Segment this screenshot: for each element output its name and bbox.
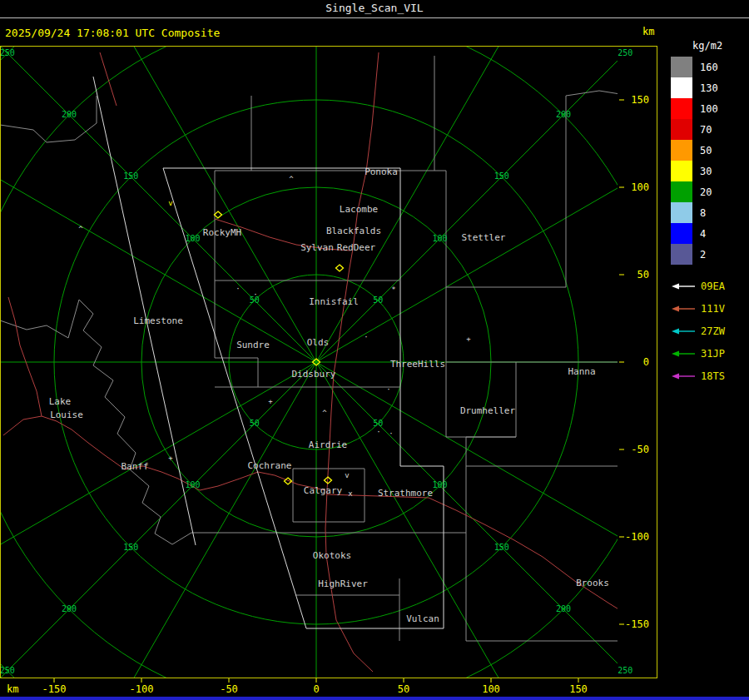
city-label: Cochrane — [248, 460, 292, 471]
city-label: Lacombe — [340, 204, 378, 215]
legend-row: 8 — [671, 202, 749, 223]
station-id: 09EA — [701, 280, 725, 292]
legend-value: 20 — [700, 186, 712, 198]
legend-row: 70 — [671, 119, 749, 140]
map-point-marker: · — [389, 429, 393, 438]
map-point-marker: x — [348, 489, 353, 498]
city-label: Strathmore — [378, 488, 433, 499]
legend-value: 70 — [700, 124, 712, 136]
city-label: Vulcan — [406, 613, 439, 624]
highway-line — [3, 416, 325, 490]
map-point-marker: v — [168, 199, 172, 207]
legend-color-swatch — [671, 77, 692, 98]
map-point-marker: ^ — [78, 225, 83, 233]
ring-distance-label: 150 — [123, 543, 138, 552]
map-point-marker: + — [268, 397, 273, 405]
bottom-axis-unit-label: km — [7, 683, 18, 695]
right-axis-label: 150 — [631, 94, 649, 106]
map-point-marker: + — [466, 335, 471, 343]
station-arrow-icon — [671, 304, 696, 314]
city-label: Banff — [121, 461, 148, 472]
bottom-axis-label: -100 — [130, 683, 154, 695]
station-arrow-icon — [671, 371, 696, 381]
county-boundary — [466, 466, 620, 641]
city-label: RockyMH — [203, 227, 241, 238]
legend-value: 4 — [700, 228, 706, 240]
azimuth-line — [0, 362, 316, 700]
right-axis-label: 0 — [643, 356, 649, 368]
radar-map[interactable]: PonokaLacombeBlackfaldsSylvanRedDeerRock… — [0, 46, 657, 700]
station-row: 18TS — [671, 365, 749, 387]
legend-value: 130 — [700, 82, 718, 94]
ring-distance-label: 100 — [185, 234, 200, 243]
legend-row: 2 — [671, 244, 749, 265]
county-boundary — [79, 300, 191, 544]
ring-distance-label: 50 — [250, 419, 260, 428]
bottom-axis-label: 100 — [482, 683, 500, 695]
ring-distance-label: 200 — [556, 604, 571, 613]
city-label: Okotoks — [313, 550, 351, 561]
legend-color-swatch — [671, 202, 692, 223]
ring-distance-label: 50 — [373, 295, 383, 305]
city-label: Drumheller — [460, 405, 516, 416]
city-label: Lake — [49, 396, 72, 407]
ring-distance-label: 250 — [618, 666, 632, 675]
legend-row: 50 — [671, 140, 749, 161]
window-title-bar: Single_Scan_VIL — [0, 0, 749, 17]
azimuth-line — [0, 46, 316, 362]
ring-distance-label: 150 — [494, 543, 509, 552]
bottom-divider — [0, 697, 749, 700]
legend-panel: kg/m2 16013010070503020842 09EA111V27ZW3… — [671, 40, 749, 387]
right-axis-unit-label: km — [642, 26, 654, 37]
azimuth-line — [67, 46, 316, 362]
city-label: ThreeHills — [390, 359, 445, 370]
county-boundary — [446, 362, 516, 437]
map-point-marker: · — [376, 428, 380, 436]
station-arrow-icon — [671, 281, 696, 291]
county-boundary — [466, 437, 516, 466]
legend-color-swatch — [671, 223, 692, 244]
bottom-axis-label: 50 — [398, 683, 409, 695]
highway-line — [327, 494, 644, 625]
ring-distance-label: 250 — [0, 666, 15, 675]
right-axis-label: -100 — [625, 531, 649, 543]
station-arrow-icon — [671, 326, 696, 336]
city-label: Airdrie — [309, 439, 347, 450]
legend-row: 100 — [671, 98, 749, 119]
ring-distance-label: 150 — [123, 171, 138, 181]
right-axis-label: 100 — [631, 181, 649, 193]
ring-distance-label: 50 — [250, 295, 260, 305]
station-id: 31JP — [701, 348, 725, 360]
legend-color-swatch — [671, 140, 692, 161]
county-boundary — [0, 300, 79, 338]
county-boundary — [566, 91, 620, 96]
ring-distance-label: 100 — [432, 480, 447, 489]
azimuth-line — [67, 362, 316, 700]
legend-value: 30 — [700, 166, 712, 177]
station-id: 18TS — [701, 370, 725, 382]
station-arrow-icon — [671, 349, 696, 359]
bottom-axis-label: -150 — [42, 683, 67, 695]
legend-unit-label: kg/m2 — [692, 40, 749, 52]
azimuth-line — [316, 362, 566, 700]
color-scale: 16013010070503020842 — [671, 57, 749, 265]
legend-color-swatch — [671, 161, 692, 181]
legend-color-swatch — [671, 119, 692, 140]
legend-value: 2 — [700, 249, 706, 261]
map-point-marker: v — [345, 471, 349, 479]
highway-line — [8, 297, 42, 416]
station-id: 27ZW — [701, 325, 725, 337]
ring-distance-label: 250 — [618, 48, 632, 57]
city-label: Sundre — [236, 340, 270, 350]
city-label: Innisfail — [309, 296, 359, 307]
legend-color-swatch — [671, 244, 692, 265]
ring-distance-label: 100 — [185, 480, 200, 489]
ring-distance-label: 250 — [0, 48, 15, 57]
legend-value: 50 — [700, 145, 712, 156]
right-axis-label: 50 — [637, 269, 649, 280]
map-point-marker: · — [364, 333, 368, 341]
city-label: HighRiver — [318, 578, 368, 589]
legend-row: 160 — [671, 57, 749, 77]
map-point-marker: * — [391, 285, 395, 294]
legend-color-swatch — [671, 181, 692, 202]
